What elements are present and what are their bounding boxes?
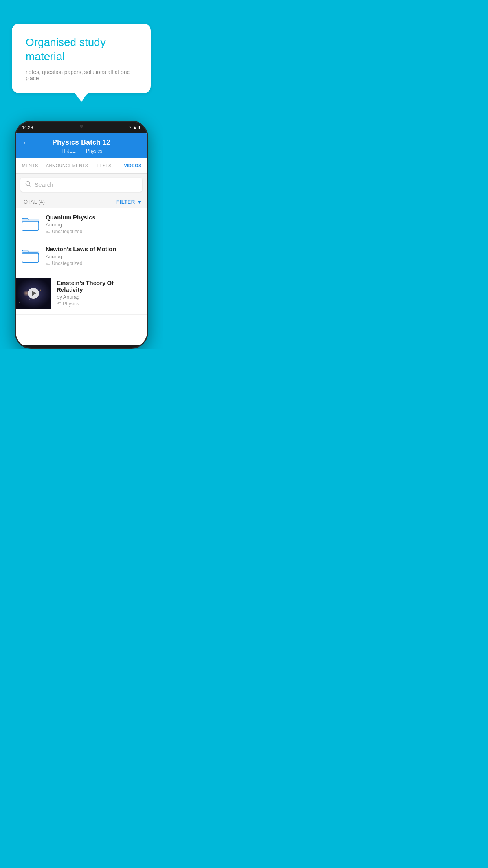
folder-icon: [22, 248, 39, 264]
video-author: by Anurag: [57, 294, 141, 300]
list-item[interactable]: Quantum Physics Anurag 🏷 Uncategorized: [16, 208, 147, 240]
power-button: [147, 169, 148, 181]
folder-icon: [22, 216, 39, 232]
subtitle-part1: IIT JEE: [61, 148, 76, 154]
play-button[interactable]: [28, 288, 39, 299]
wifi-icon: ▾: [129, 125, 131, 129]
back-button[interactable]: ←: [22, 138, 30, 147]
tag-icon: 🏷: [46, 229, 50, 234]
tab-bar: MENTS ANNOUNCEMENTS TESTS VIDEOS: [16, 158, 147, 174]
status-bar: 14:29 ▾ ▲ ▮: [16, 122, 147, 133]
search-input-field[interactable]: Search: [20, 178, 142, 192]
search-placeholder: Search: [35, 181, 53, 188]
notch: [66, 122, 97, 131]
video-list: Quantum Physics Anurag 🏷 Uncategorized: [16, 208, 147, 315]
video-author: Anurag: [46, 254, 141, 259]
filter-icon: ▼: [137, 199, 142, 205]
header-subtitle: IIT JEE · Physics: [59, 148, 104, 154]
search-bar-wrapper: Search: [16, 174, 147, 196]
top-section: Organised study material notes, question…: [0, 0, 163, 101]
phone-mockup: 14:29 ▾ ▲ ▮ ← Physics Batch 12 IIT JEE ·: [15, 121, 148, 349]
tab-tests[interactable]: TESTS: [90, 158, 119, 173]
video-info: Einstein's Theory Of Relativity by Anura…: [51, 280, 141, 307]
app-header: ← Physics Batch 12 IIT JEE · Physics: [16, 133, 147, 158]
signal-icon: ▲: [133, 125, 137, 129]
tag-icon: 🏷: [46, 261, 50, 266]
volume-up-button: [15, 173, 16, 185]
phone-wrapper: 14:29 ▾ ▲ ▮ ← Physics Batch 12 IIT JEE ·: [0, 121, 163, 349]
svg-rect-4: [22, 222, 39, 230]
header-title: Physics Batch 12: [52, 138, 110, 147]
tag-label: Physics: [63, 301, 79, 307]
video-title: Quantum Physics: [46, 214, 141, 221]
filter-button[interactable]: FILTER ▼: [116, 199, 142, 205]
video-title: Einstein's Theory Of Relativity: [57, 280, 141, 293]
video-info: Newton's Laws of Motion Anurag 🏷 Uncateg…: [46, 246, 141, 266]
tab-ments[interactable]: MENTS: [16, 158, 44, 173]
speech-bubble: Organised study material notes, question…: [12, 24, 151, 93]
tag-label: Uncategorized: [52, 261, 82, 266]
svg-rect-7: [22, 254, 39, 262]
video-thumbnail: [16, 278, 51, 309]
volume-down-button: [15, 189, 16, 200]
tag-label: Uncategorized: [52, 229, 82, 234]
subtitle-separator: ·: [80, 148, 83, 154]
video-tag: 🏷 Physics: [57, 301, 141, 307]
phone-screen: ← Physics Batch 12 IIT JEE · Physics MEN…: [16, 133, 147, 345]
filter-label: FILTER: [116, 199, 135, 205]
svg-line-1: [29, 185, 31, 186]
list-item[interactable]: Einstein's Theory Of Relativity by Anura…: [16, 272, 147, 315]
folder-icon-wrapper: [21, 214, 40, 234]
volume-silent-button: [15, 161, 16, 169]
search-icon: [25, 181, 31, 189]
battery-icon: ▮: [138, 125, 141, 129]
subtitle-part2: Physics: [86, 148, 102, 154]
folder-icon-wrapper: [21, 246, 40, 266]
status-icons: ▾ ▲ ▮: [129, 125, 141, 129]
tab-videos[interactable]: VIDEOS: [118, 158, 147, 173]
tag-icon: 🏷: [57, 301, 61, 307]
filter-row: TOTAL (4) FILTER ▼: [16, 196, 147, 208]
bubble-subtitle: notes, question papers, solutions all at…: [26, 69, 137, 81]
total-count-label: TOTAL (4): [20, 199, 45, 205]
video-info: Quantum Physics Anurag 🏷 Uncategorized: [46, 214, 141, 234]
video-author: Anurag: [46, 222, 141, 228]
tab-announcements[interactable]: ANNOUNCEMENTS: [44, 158, 90, 173]
video-title: Newton's Laws of Motion: [46, 246, 141, 252]
video-tag: 🏷 Uncategorized: [46, 261, 141, 266]
list-item[interactable]: Newton's Laws of Motion Anurag 🏷 Uncateg…: [16, 240, 147, 272]
camera: [80, 125, 83, 128]
video-tag: 🏷 Uncategorized: [46, 229, 141, 234]
status-time: 14:29: [22, 125, 33, 130]
play-icon: [32, 291, 36, 296]
header-top: ← Physics Batch 12: [22, 138, 141, 147]
bubble-title: Organised study material: [26, 35, 137, 64]
